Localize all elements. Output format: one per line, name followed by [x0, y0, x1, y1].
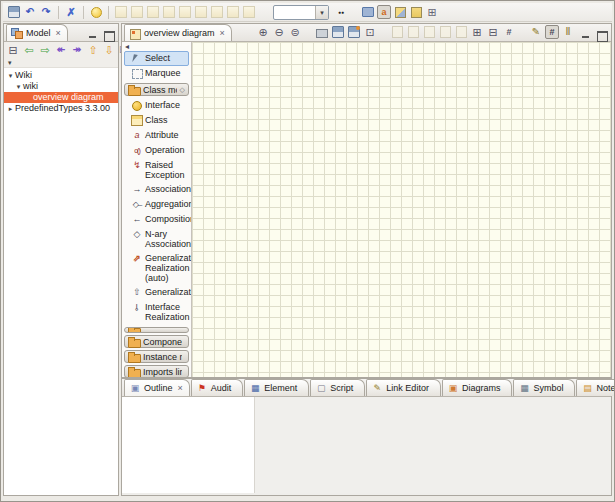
new-element-icon-5[interactable]	[178, 5, 192, 19]
new-element-icon-4[interactable]	[162, 5, 176, 19]
zoom-in-icon[interactable]	[256, 25, 270, 39]
hide-decorations-icon[interactable]	[486, 25, 500, 39]
palette-tool-association[interactable]: Association	[124, 182, 189, 197]
nav-forward-icon[interactable]	[38, 43, 52, 57]
palette-section-class-model[interactable]: Class model ◇	[124, 83, 189, 96]
palette-section-partial[interactable]	[124, 327, 189, 333]
palette-tool-class[interactable]: Class	[124, 113, 189, 128]
close-icon[interactable]: ×	[220, 29, 225, 38]
analyst-perspective-icon[interactable]	[393, 5, 407, 19]
tab-overview-diagram[interactable]: overview diagram ×	[124, 24, 232, 41]
bottom-tab-label: Outline	[144, 383, 173, 393]
notes-tab-icon	[581, 383, 593, 394]
diagram-option-icon-2[interactable]	[406, 25, 420, 39]
matrix-icon[interactable]	[425, 5, 439, 19]
move-up-icon[interactable]	[86, 43, 100, 57]
new-element-icon-7[interactable]	[210, 5, 224, 19]
minimize-button[interactable]	[580, 29, 592, 41]
element-search-input[interactable]	[274, 7, 315, 18]
palette-section-imports-links[interactable]: Imports links	[124, 365, 189, 377]
move-down-icon[interactable]	[102, 43, 116, 57]
maximize-button[interactable]	[596, 29, 608, 41]
tip-icon[interactable]	[89, 5, 103, 19]
related-forward-icon[interactable]	[70, 43, 84, 57]
tree-item-overview-diagram[interactable]: overview diagram	[4, 92, 118, 103]
tree-item-wiki-package[interactable]: ▾ wiki	[4, 81, 118, 92]
palette-section-component-model[interactable]: Component mo...	[124, 335, 189, 348]
palette-tool-aggregation[interactable]: Aggregation	[124, 197, 189, 212]
diagram-option-icon-5[interactable]	[454, 25, 468, 39]
palette-tool-operation[interactable]: Operation	[124, 143, 189, 158]
palette-pin-icon[interactable]: ◇	[180, 86, 185, 94]
tab-link-editor[interactable]: Link Editor	[366, 379, 441, 396]
diagram-option-icon-3[interactable]	[422, 25, 436, 39]
palette-tool-raised-exception[interactable]: Raised Exception	[124, 158, 189, 182]
new-element-icon-9[interactable]	[242, 5, 256, 19]
element-search-combo[interactable]: ▾	[273, 5, 329, 20]
tree-item-predefinedtypes[interactable]: ▸ PredefinedTypes 3.3.00	[4, 103, 118, 114]
close-icon[interactable]: ×	[56, 29, 61, 38]
save-icon[interactable]	[8, 6, 20, 18]
palette-item-label: Interface	[145, 100, 186, 110]
tab-notes-constraints[interactable]: Notes and constraints	[576, 379, 615, 396]
generalization-icon	[131, 287, 143, 298]
tab-model[interactable]: Model ×	[6, 24, 68, 41]
palette-tool-interface-realization[interactable]: Interface Realization	[124, 300, 189, 324]
close-icon[interactable]: ×	[178, 384, 183, 393]
snap-to-grid-icon[interactable]	[545, 25, 559, 39]
palette-section-instance-model[interactable]: Instance model	[124, 350, 189, 363]
new-element-icon-2[interactable]	[130, 5, 144, 19]
outline-view-content[interactable]	[122, 397, 255, 493]
collapse-all-icon[interactable]	[6, 43, 20, 57]
new-element-icon-1[interactable]	[114, 5, 128, 19]
tree-expander-icon[interactable]: ▾	[6, 70, 15, 81]
diagram-option-icon-1[interactable]	[390, 25, 404, 39]
tab-outline[interactable]: Outline ×	[124, 379, 190, 396]
zoom-fit-icon[interactable]	[288, 25, 302, 39]
tab-audit[interactable]: Audit	[191, 379, 244, 396]
new-element-icon-6[interactable]	[194, 5, 208, 19]
workspace-icon[interactable]	[361, 5, 375, 19]
palette-tool-generalization[interactable]: Generalization	[124, 285, 189, 300]
fit-to-window-icon[interactable]	[363, 25, 377, 39]
zoom-out-icon[interactable]	[272, 25, 286, 39]
palette-tool-interface[interactable]: Interface	[124, 98, 189, 113]
configure-icon[interactable]	[64, 5, 78, 19]
palette-collapse-icon[interactable]: ◂	[124, 43, 189, 51]
edit-links-icon[interactable]	[529, 25, 543, 39]
model-perspective-icon[interactable]	[377, 5, 391, 19]
redo-icon[interactable]	[39, 5, 53, 19]
nav-back-icon[interactable]	[22, 43, 36, 57]
page-breaks-icon[interactable]	[561, 25, 575, 39]
save-diagram-icon[interactable]	[332, 26, 344, 38]
tree-expander-icon[interactable]: ▸	[6, 103, 15, 114]
palette-tool-select[interactable]: Select	[124, 51, 189, 66]
tab-symbol[interactable]: Symbol	[513, 379, 575, 396]
tab-diagrams[interactable]: Diagrams	[442, 379, 513, 396]
tab-script[interactable]: Script	[310, 379, 365, 396]
view-menu-chevron-icon[interactable]: ▾	[4, 58, 118, 68]
palette-tool-marquee[interactable]: Marquee	[124, 66, 189, 81]
palette-tool-composition[interactable]: Composition	[124, 212, 189, 227]
export-image-icon[interactable]	[348, 26, 360, 38]
undo-icon[interactable]	[23, 5, 37, 19]
print-icon[interactable]	[315, 25, 329, 39]
minimize-button[interactable]	[87, 29, 99, 41]
tab-element[interactable]: Element	[244, 379, 309, 396]
developer-perspective-icon[interactable]	[409, 5, 423, 19]
maximize-button[interactable]	[103, 29, 115, 41]
tree-item-wiki[interactable]: ▾ Wiki	[4, 70, 118, 81]
grid-visible-icon[interactable]	[502, 25, 516, 39]
show-page-bounds-icon[interactable]	[470, 25, 484, 39]
palette-tool-nary-association[interactable]: N-ary Association	[124, 227, 189, 251]
palette-tool-generalization-realization[interactable]: Generalizatio... Realization (auto)	[124, 251, 189, 285]
palette-tool-attribute[interactable]: Attribute	[124, 128, 189, 143]
combo-dropdown-icon[interactable]: ▾	[315, 6, 328, 19]
diagram-option-icon-4[interactable]	[438, 25, 452, 39]
search-icon[interactable]	[334, 5, 348, 19]
diagram-canvas[interactable]	[192, 42, 611, 377]
related-backward-icon[interactable]	[54, 43, 68, 57]
new-element-icon-3[interactable]	[146, 5, 160, 19]
tree-expander-icon[interactable]: ▾	[14, 81, 23, 92]
new-element-icon-8[interactable]	[226, 5, 240, 19]
